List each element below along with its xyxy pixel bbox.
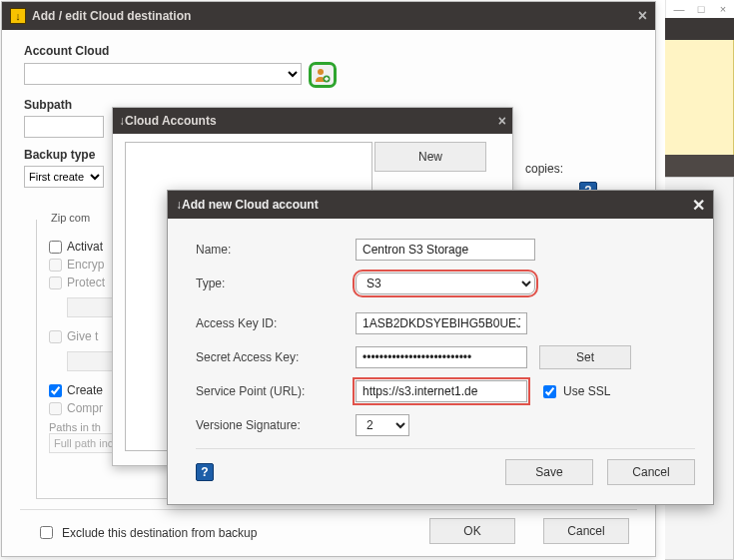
exclude-label: Exclude this destination from backup xyxy=(62,526,257,540)
cancel-button[interactable]: Cancel xyxy=(607,459,695,485)
cloud-accounts-titlebar[interactable]: ↓ Cloud Accounts × xyxy=(113,108,512,134)
cancel-button[interactable]: Cancel xyxy=(543,518,629,544)
compress-checkbox xyxy=(49,402,62,415)
compress-label: Compr xyxy=(67,401,103,415)
type-label: Type: xyxy=(196,277,356,290)
close-icon[interactable]: × xyxy=(638,7,647,25)
add-cloud-account-dialog: ↓ Add new Cloud account ✕ Name: Type: S3… xyxy=(167,190,714,505)
create-checkbox[interactable] xyxy=(49,384,62,397)
separator xyxy=(20,509,637,510)
account-cloud-label: Account Cloud xyxy=(24,44,633,58)
protect-checkbox xyxy=(49,277,62,289)
copies-label: copies: xyxy=(525,162,563,176)
add-account-title: Add new Cloud account xyxy=(182,198,319,212)
dialog-titlebar[interactable]: ↓ Add / edit Cloud destination × xyxy=(2,2,655,30)
service-point-label: Service Point (URL): xyxy=(196,384,356,398)
set-button[interactable]: Set xyxy=(539,345,631,369)
user-add-icon xyxy=(315,67,331,83)
encrypt-checkbox xyxy=(49,259,62,272)
use-ssl-label: Use SSL xyxy=(563,384,610,398)
close-icon[interactable]: ✕ xyxy=(692,196,705,215)
create-label: Create xyxy=(67,383,103,397)
use-ssl-checkbox[interactable] xyxy=(543,385,556,398)
access-key-label: Access Key ID: xyxy=(196,316,356,330)
backup-type-select[interactable]: First create a f xyxy=(24,166,104,188)
new-account-button[interactable]: New xyxy=(374,142,486,172)
parent-yellow-panel xyxy=(665,40,734,155)
add-account-button[interactable] xyxy=(309,62,337,88)
secret-key-label: Secret Access Key: xyxy=(196,350,356,364)
give-checkbox xyxy=(49,330,62,343)
parent-close-button[interactable]: × xyxy=(712,0,734,18)
name-input[interactable] xyxy=(356,239,535,261)
use-ssl-row[interactable]: Use SSL xyxy=(539,382,610,401)
parent-sub-strip xyxy=(665,155,734,177)
close-icon[interactable]: × xyxy=(498,113,506,129)
version-signature-select[interactable]: 2 xyxy=(356,414,409,436)
protect-label: Protect xyxy=(67,276,105,289)
account-cloud-select[interactable] xyxy=(24,63,302,85)
svg-point-0 xyxy=(318,69,324,75)
service-point-input[interactable] xyxy=(356,380,527,402)
access-key-input[interactable] xyxy=(356,312,527,334)
encrypt-label: Encryp xyxy=(67,258,104,272)
cloud-accounts-title: Cloud Accounts xyxy=(125,114,217,128)
parent-min-button[interactable]: — xyxy=(668,0,690,18)
app-icon: ↓ xyxy=(10,8,26,24)
name-label: Name: xyxy=(196,243,356,257)
save-button[interactable]: Save xyxy=(505,459,593,485)
parent-header-strip xyxy=(665,18,734,40)
parent-max-button[interactable]: □ xyxy=(690,0,712,18)
help-icon[interactable]: ? xyxy=(196,463,214,481)
exclude-checkbox[interactable] xyxy=(40,526,53,539)
type-select[interactable]: S3 xyxy=(356,273,535,294)
activate-label: Activat xyxy=(67,240,103,254)
give-label: Give t xyxy=(67,329,98,343)
activate-checkbox[interactable] xyxy=(49,241,62,254)
subpath-input[interactable] xyxy=(24,116,104,138)
ok-button[interactable]: OK xyxy=(429,518,515,544)
secret-key-input[interactable] xyxy=(356,346,527,368)
add-account-titlebar[interactable]: ↓ Add new Cloud account ✕ xyxy=(168,191,713,219)
version-signature-label: Versione Signature: xyxy=(196,418,356,432)
dialog-title: Add / edit Cloud destination xyxy=(32,9,191,23)
